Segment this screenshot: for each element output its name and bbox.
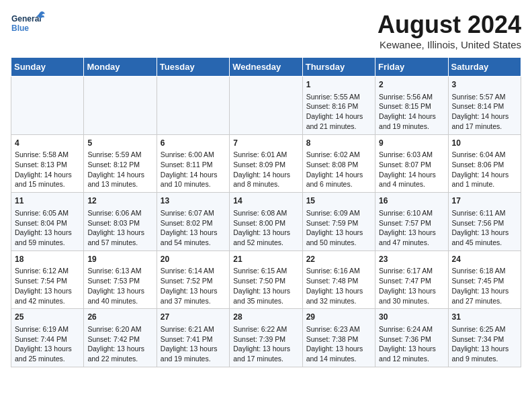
day-number: 10 bbox=[452, 138, 517, 149]
day-info: Daylight: 13 hours bbox=[452, 344, 517, 354]
day-info: Sunset: 7:44 PM bbox=[15, 334, 80, 345]
day-info: Daylight: 13 hours bbox=[87, 228, 152, 238]
day-cell: 24Sunrise: 6:18 AMSunset: 7:45 PMDayligh… bbox=[448, 250, 521, 309]
day-info: Sunrise: 6:18 AM bbox=[452, 266, 517, 276]
day-info: Sunrise: 6:04 AM bbox=[452, 150, 517, 160]
day-info: Sunset: 7:47 PM bbox=[379, 276, 444, 286]
day-cell: 21Sunrise: 6:15 AMSunset: 7:50 PMDayligh… bbox=[230, 250, 302, 309]
day-number: 1 bbox=[306, 79, 371, 91]
day-info: Sunrise: 6:11 AM bbox=[452, 208, 517, 218]
day-cell: 3Sunrise: 5:57 AMSunset: 8:14 PMDaylight… bbox=[448, 77, 521, 135]
day-number: 23 bbox=[379, 254, 444, 265]
day-cell: 23Sunrise: 6:17 AMSunset: 7:47 PMDayligh… bbox=[375, 250, 448, 309]
day-cell: 19Sunrise: 6:13 AMSunset: 7:53 PMDayligh… bbox=[84, 250, 157, 309]
day-info: Sunset: 8:12 PM bbox=[87, 160, 152, 170]
day-info: Sunrise: 6:01 AM bbox=[233, 150, 298, 160]
day-info: Sunrise: 6:21 AM bbox=[161, 324, 226, 334]
day-info: and 30 minutes. bbox=[379, 296, 444, 306]
day-info: and 4 minutes. bbox=[379, 179, 444, 189]
day-info: Daylight: 13 hours bbox=[379, 344, 444, 354]
day-number: 2 bbox=[379, 79, 444, 91]
day-number: 29 bbox=[306, 312, 371, 323]
day-number: 15 bbox=[306, 195, 371, 207]
day-info: Sunrise: 6:09 AM bbox=[306, 208, 371, 218]
day-info: and 54 minutes. bbox=[161, 238, 226, 248]
day-cell: 28Sunrise: 6:22 AMSunset: 7:39 PMDayligh… bbox=[230, 309, 302, 367]
day-number: 6 bbox=[161, 138, 226, 149]
day-number: 31 bbox=[452, 312, 517, 323]
day-info: Sunrise: 6:10 AM bbox=[379, 208, 444, 218]
day-info: and 35 minutes. bbox=[233, 296, 298, 306]
day-info: and 17 minutes. bbox=[452, 122, 517, 132]
day-info: Sunrise: 6:02 AM bbox=[306, 150, 371, 160]
day-info: Sunset: 7:34 PM bbox=[452, 334, 517, 345]
day-number: 3 bbox=[452, 79, 517, 91]
day-info: Daylight: 14 hours bbox=[87, 170, 152, 180]
day-info: Sunrise: 6:24 AM bbox=[379, 324, 444, 334]
day-info: Daylight: 13 hours bbox=[233, 344, 298, 354]
day-cell: 1Sunrise: 5:55 AMSunset: 8:16 PMDaylight… bbox=[302, 77, 375, 135]
day-info: and 50 minutes. bbox=[306, 238, 371, 248]
day-info: Sunrise: 6:20 AM bbox=[87, 324, 152, 334]
day-cell: 12Sunrise: 6:06 AMSunset: 8:03 PMDayligh… bbox=[84, 193, 157, 251]
day-info: and 17 minutes. bbox=[233, 354, 298, 364]
day-info: Sunrise: 6:22 AM bbox=[233, 324, 298, 334]
day-info: and 25 minutes. bbox=[15, 354, 80, 364]
day-info: Sunrise: 6:13 AM bbox=[87, 266, 152, 276]
day-info: Daylight: 14 hours bbox=[306, 170, 371, 180]
day-info: Sunrise: 6:17 AM bbox=[379, 266, 444, 276]
day-info: Sunrise: 5:56 AM bbox=[379, 92, 444, 102]
day-cell: 27Sunrise: 6:21 AMSunset: 7:41 PMDayligh… bbox=[157, 309, 229, 367]
day-info: Sunset: 7:48 PM bbox=[306, 276, 371, 286]
day-info: Sunset: 8:15 PM bbox=[379, 101, 444, 111]
day-info: and 10 minutes. bbox=[161, 179, 226, 189]
day-info: Sunrise: 6:12 AM bbox=[15, 266, 80, 276]
day-info: Sunset: 8:07 PM bbox=[379, 160, 444, 170]
day-number: 16 bbox=[379, 195, 444, 207]
day-info: and 21 minutes. bbox=[306, 122, 371, 132]
day-info: and 15 minutes. bbox=[15, 179, 80, 189]
day-number: 14 bbox=[233, 195, 298, 207]
col-header-thursday: Thursday bbox=[302, 58, 375, 77]
day-info: and 19 minutes. bbox=[379, 122, 444, 132]
day-info: Sunrise: 6:16 AM bbox=[306, 266, 371, 276]
day-info: Daylight: 13 hours bbox=[233, 228, 298, 238]
day-info: Daylight: 13 hours bbox=[233, 286, 298, 296]
col-header-monday: Monday bbox=[84, 58, 157, 77]
week-row-2: 4Sunrise: 5:58 AMSunset: 8:13 PMDaylight… bbox=[11, 134, 521, 193]
day-info: Sunrise: 6:03 AM bbox=[379, 150, 444, 160]
day-info: Daylight: 14 hours bbox=[452, 170, 517, 180]
day-info: Sunset: 8:04 PM bbox=[15, 218, 80, 228]
day-info: and 42 minutes. bbox=[15, 296, 80, 306]
title-block: August 2024 Kewanee, Illinois, United St… bbox=[378, 11, 521, 50]
day-cell: 31Sunrise: 6:25 AMSunset: 7:34 PMDayligh… bbox=[448, 309, 521, 367]
day-cell: 2Sunrise: 5:56 AMSunset: 8:15 PMDaylight… bbox=[375, 77, 448, 135]
day-info: Daylight: 13 hours bbox=[452, 228, 517, 238]
calendar-table: SundayMondayTuesdayWednesdayThursdayFrid… bbox=[11, 57, 521, 367]
day-cell: 13Sunrise: 6:07 AMSunset: 8:02 PMDayligh… bbox=[157, 193, 229, 251]
day-number: 8 bbox=[306, 138, 371, 149]
day-info: Sunset: 7:39 PM bbox=[233, 334, 298, 345]
col-header-wednesday: Wednesday bbox=[230, 58, 302, 77]
day-info: and 37 minutes. bbox=[161, 296, 226, 306]
day-info: Sunrise: 6:19 AM bbox=[15, 324, 80, 334]
day-cell: 5Sunrise: 5:59 AMSunset: 8:12 PMDaylight… bbox=[84, 134, 157, 193]
day-cell bbox=[157, 77, 229, 135]
day-info: and 27 minutes. bbox=[452, 296, 517, 306]
day-info: Sunrise: 5:59 AM bbox=[87, 150, 152, 160]
day-info: Sunrise: 6:15 AM bbox=[233, 266, 298, 276]
day-number: 21 bbox=[233, 254, 298, 265]
day-number: 20 bbox=[161, 254, 226, 265]
day-info: Sunset: 8:13 PM bbox=[15, 160, 80, 170]
col-header-sunday: Sunday bbox=[11, 58, 84, 77]
day-info: and 14 minutes. bbox=[306, 354, 371, 364]
day-info: Sunset: 8:11 PM bbox=[161, 160, 226, 170]
day-info: and 9 minutes. bbox=[452, 354, 517, 364]
day-info: Sunrise: 6:00 AM bbox=[161, 150, 226, 160]
day-info: Daylight: 14 hours bbox=[161, 170, 226, 180]
day-info: Sunrise: 6:23 AM bbox=[306, 324, 371, 334]
day-info: Sunrise: 6:08 AM bbox=[233, 208, 298, 218]
subtitle: Kewanee, Illinois, United States bbox=[378, 39, 521, 50]
day-cell: 10Sunrise: 6:04 AMSunset: 8:06 PMDayligh… bbox=[448, 134, 521, 193]
day-cell: 17Sunrise: 6:11 AMSunset: 7:56 PMDayligh… bbox=[448, 193, 521, 251]
